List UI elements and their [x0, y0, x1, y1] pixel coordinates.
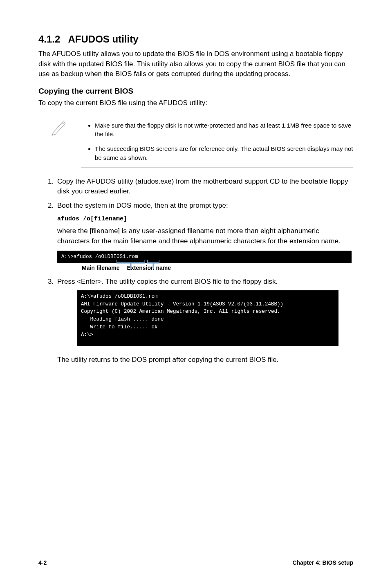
step-text: Boot the system in DOS mode, then at the…	[57, 202, 228, 209]
step-2: Boot the system in DOS mode, then at the…	[56, 201, 353, 247]
terminal-line: A:\>afudos /oOLDBIOS1.rom	[61, 253, 347, 261]
command-text: afudos /o[filename]	[57, 215, 353, 224]
final-note: The utility returns to the DOS prompt af…	[57, 355, 353, 365]
terminal-line: Reading flash ..... done	[81, 316, 164, 322]
bracket-icon	[147, 260, 159, 269]
step-1: Copy the AFUDOS utility (afudos.exe) fro…	[56, 177, 353, 197]
terminal-line: AMI Firmware Update Utility - Version 1.…	[81, 301, 283, 307]
page-number: 4-2	[38, 559, 47, 566]
page-footer: 4-2 Chapter 4: BIOS setup	[0, 555, 390, 566]
terminal-line: Write to file...... ok	[81, 324, 158, 330]
step-text: Copy the AFUDOS utility (afudos.exe) fro…	[57, 177, 348, 195]
terminal-line: A:\>afudos /oOLDBIOS1.rom	[81, 294, 158, 299]
bracket-icon	[117, 260, 145, 269]
terminal-output-2: A:\>afudos /oOLDBIOS1.rom AMI Firmware U…	[77, 290, 338, 346]
section-title: AFUDOS utility	[68, 34, 139, 45]
step-desc: where the [filename] is any user-assigne…	[57, 226, 353, 246]
note-item: Make sure that the floppy disk is not wr…	[95, 121, 353, 139]
note-icon	[51, 116, 81, 138]
step-text: Press <Enter>. The utility copies the cu…	[57, 278, 278, 285]
legend-main: Main filename	[82, 265, 120, 271]
section-intro: The AFUDOS utility allows you to update …	[38, 49, 353, 79]
terminal-output-1: A:\>afudos /oOLDBIOS1.rom	[57, 251, 352, 263]
subsection-lead: To copy the current BIOS file using the …	[38, 98, 353, 108]
step-3: Press <Enter>. The utility copies the cu…	[56, 277, 353, 365]
section-heading: 4.1.2 AFUDOS utility	[38, 34, 353, 45]
section-number: 4.1.2	[38, 34, 60, 45]
terminal-line: A:\>	[81, 332, 93, 338]
subsection-heading: Copying the current BIOS	[38, 87, 353, 96]
note-box: Make sure that the floppy disk is not wr…	[51, 116, 353, 168]
note-item: The succeeding BIOS screens are for refe…	[95, 144, 353, 162]
terminal-line: Copyright (C) 2002 American Megatrends, …	[81, 309, 280, 314]
chapter-label: Chapter 4: BIOS setup	[292, 559, 353, 566]
